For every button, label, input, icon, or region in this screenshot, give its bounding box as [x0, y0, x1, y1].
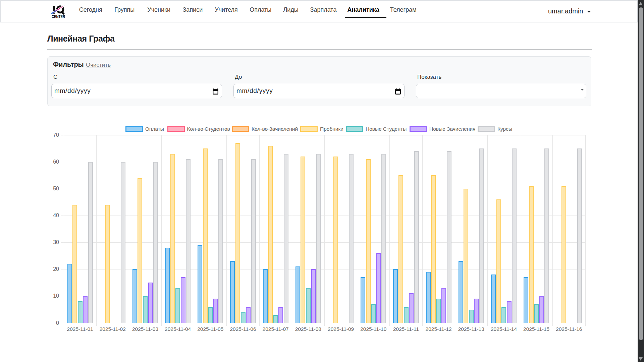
svg-text:CENTER: CENTER — [52, 14, 65, 19]
